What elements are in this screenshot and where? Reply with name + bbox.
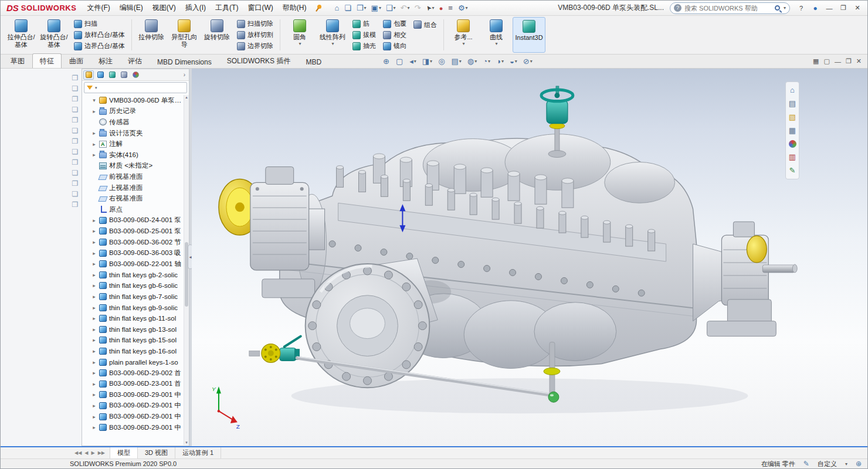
menu-edit[interactable]: 编辑(E) [115, 1, 148, 15]
menu-file[interactable]: 文件(F) [82, 1, 114, 15]
taskpane-custom-properties-button[interactable]: ▥ [789, 153, 796, 161]
previous-view-button[interactable]: ◂ ▾ [408, 57, 418, 66]
tree-item[interactable]: ▸ 设计活页夹 [82, 128, 189, 139]
tree-item[interactable]: ▸ B03-009-06D-29-001 中 [82, 422, 189, 433]
reference-geometry-button[interactable]: 参考... ▾ [447, 17, 480, 53]
tree-item[interactable]: ▸ thin flat keys gb-16-sol [82, 346, 189, 357]
tree-filter-input[interactable] [99, 84, 184, 91]
zoom-fit-button[interactable]: ⊕ [382, 57, 391, 66]
undo-button[interactable]: ↶ ▾ [398, 3, 412, 13]
view-orientation-button[interactable]: ▤ ▾ [450, 57, 462, 66]
tab-features[interactable]: 特征 [32, 53, 62, 68]
expand-arrow-icon[interactable]: ▸ [91, 305, 97, 311]
loft-button[interactable]: 放样凸台/基体 [72, 30, 127, 40]
docked-tool-icon[interactable]: ❐ [72, 180, 79, 188]
tree-filter-box[interactable]: ▾ [84, 82, 187, 93]
tree-item[interactable]: ▸ thin flat keys gb-2-solic [82, 270, 189, 281]
displaymanager-tab[interactable] [130, 70, 141, 80]
search-input[interactable] [684, 5, 772, 12]
docked-tool-icon[interactable]: ❐ [72, 117, 79, 124]
revolved-cut-button[interactable]: 旋转切除 [201, 17, 233, 53]
tree-item[interactable]: ▸ B03-009-06D-23-001 首 [82, 378, 189, 389]
help-search-box[interactable]: ? ▾ [670, 2, 790, 14]
configurationmanager-tab[interactable] [107, 70, 117, 80]
tab-solidworks-addins[interactable]: SOLIDWORKS 插件 [219, 53, 299, 68]
tab-sketch[interactable]: 草图 [3, 53, 32, 68]
menu-tools[interactable]: 工具(T) [211, 1, 243, 15]
boundary-cut-button[interactable]: 边界切除 [235, 41, 276, 52]
menu-insert[interactable]: 插入(I) [181, 1, 211, 15]
options-button[interactable]: ⚙ ▾ [456, 3, 470, 13]
first-tab-button[interactable]: ◀◀ [74, 450, 82, 456]
featuremanager-tab[interactable] [83, 70, 94, 80]
tree-scrollbar[interactable]: ▴ ▾ [184, 95, 189, 445]
drain-valve[interactable] [249, 337, 301, 363]
menu-window[interactable]: 窗口(W) [243, 1, 277, 15]
pump-assembly-model[interactable]: Y Z [192, 69, 867, 446]
tree-item[interactable]: 右视基准面 [82, 193, 189, 204]
propertymanager-tab[interactable] [95, 70, 106, 80]
expand-arrow-icon[interactable]: ▸ [91, 392, 97, 397]
expand-arrow-icon[interactable]: ▸ [91, 217, 97, 223]
tree-item[interactable]: ▸ B03-009-06D-25-001 泵 [82, 226, 189, 237]
tree-item[interactable]: ▸ B03-009-06D-29-001 中 [82, 389, 189, 400]
close-button[interactable]: ✕ [851, 2, 864, 14]
expand-arrow-icon[interactable]: ▸ [91, 283, 97, 288]
dropdown-caret-icon[interactable]: ▾ [299, 41, 301, 46]
tab-overflow-chevron-icon[interactable]: › [181, 72, 188, 78]
expand-arrow-icon[interactable]: ▸ [91, 261, 97, 267]
scroll-down-icon[interactable]: ▾ [184, 440, 189, 445]
tree-item[interactable]: 前视基准面 [82, 171, 189, 182]
tree-item[interactable]: 上视基准面 [82, 182, 189, 193]
dropdown-caret-icon[interactable]: ▾ [332, 41, 334, 46]
doc-close-button[interactable]: ✕ [856, 57, 862, 65]
graphics-viewport[interactable]: Y Z ⌂▤▧▦●▥✎ [192, 69, 867, 446]
menu-view[interactable]: 视图(V) [148, 1, 181, 15]
tab-mbd-dimensions[interactable]: MBD Dimensions [150, 55, 219, 68]
docked-tool-icon[interactable]: ❏ [72, 169, 79, 177]
open-file-button[interactable]: ❒ ▾ [354, 3, 369, 13]
expand-arrow-icon[interactable]: ▸ [91, 250, 97, 256]
section-view-button[interactable]: ◨ ▾ [421, 57, 433, 66]
select-cursor-button[interactable]: ➤ ▾ [423, 3, 436, 13]
tree-item[interactable]: ▸ B03-009-06D-29-001 中 [82, 400, 189, 412]
docked-tool-icon[interactable]: ❐ [72, 201, 79, 209]
docked-tool-icon[interactable]: ❐ [72, 159, 79, 166]
doc-minimize-button[interactable]: — [835, 58, 841, 65]
docked-tool-icon[interactable]: ❏ [72, 127, 79, 135]
expand-arrow-icon[interactable]: ▸ [91, 108, 97, 114]
docked-tool-icon[interactable]: ❏ [72, 191, 79, 198]
docked-tool-icon[interactable]: ❏ [72, 85, 79, 93]
display-style-button[interactable]: ◍ ▾ [466, 57, 478, 66]
boundary-boss-button[interactable]: 边界凸台/基体 [72, 41, 127, 52]
extrude-boss-button[interactable]: 拉伸凸台/基体 [5, 17, 38, 53]
apply-scene-button[interactable]: ◒ ▾ [508, 57, 518, 66]
taskpane-design-library-button[interactable]: ▤ [789, 100, 796, 108]
search-icon[interactable] [775, 5, 780, 11]
minimize-button[interactable]: — [823, 2, 836, 14]
expand-arrow-icon[interactable]: ▸ [91, 272, 97, 278]
hide-show-items-button[interactable]: ◔ ▾ [482, 57, 491, 66]
fillet-button[interactable]: 圆角 ▾ [283, 17, 316, 53]
prev-tab-button[interactable]: ◀ [84, 450, 88, 456]
tree-item[interactable]: 材质 <未指定> [82, 161, 189, 172]
tab-surfaces[interactable]: 曲面 [62, 53, 91, 68]
scroll-up-icon[interactable]: ▴ [184, 95, 189, 100]
pane-tile-icon[interactable]: ▦ [813, 57, 819, 65]
home-button[interactable]: ⌂ [332, 3, 342, 13]
expand-arrow-icon[interactable]: ▸ [91, 424, 97, 430]
extruded-cut-button[interactable]: 拉伸切除 [135, 17, 168, 53]
expand-arrow-icon[interactable]: ▸ [91, 228, 97, 234]
pin-menu-icon[interactable] [314, 4, 323, 12]
search-dropdown-caret-icon[interactable]: ▾ [784, 5, 786, 11]
expand-arrow-icon[interactable]: ▸ [91, 294, 97, 300]
taskpane-appearances-button[interactable]: ● [789, 140, 796, 148]
zoom-area-button[interactable]: ▢ [395, 57, 405, 66]
mirror-button[interactable]: 镜向 [381, 41, 409, 52]
docked-tool-icon[interactable]: ❏ [72, 148, 79, 156]
tree-root-assembly[interactable]: ▾ VMB03-009-06D 单泵头装配 [82, 95, 189, 106]
redo-button[interactable]: ↷ [412, 3, 423, 13]
save-button[interactable]: ▣ ▾ [369, 3, 384, 13]
tree-item[interactable]: ▸ 注解 [82, 138, 189, 149]
instant3d-button[interactable]: Instant3D [513, 17, 545, 53]
